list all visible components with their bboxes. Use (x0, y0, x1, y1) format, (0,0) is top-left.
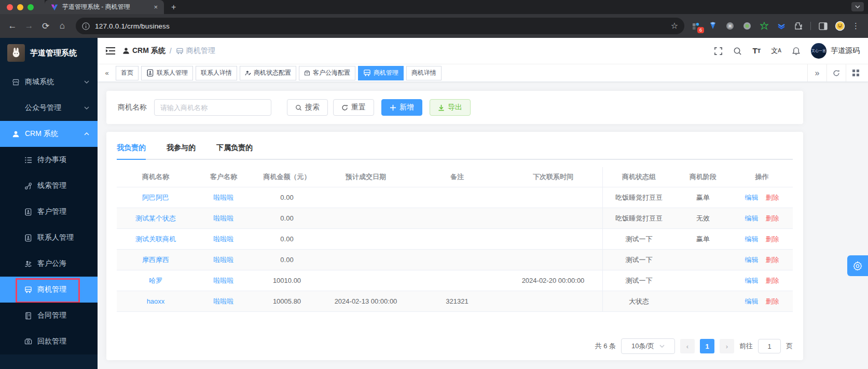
minimize-window-button[interactable] (17, 4, 23, 10)
profile-avatar-icon[interactable] (835, 21, 845, 31)
customer-name-cell: 啦啦啦 (195, 291, 253, 311)
sidebar-item-合同管理[interactable]: 合同管理 (0, 303, 98, 329)
extension-command-icon[interactable]: ⌘ (725, 21, 735, 31)
business-name-link[interactable]: 测试关联商机 (135, 235, 176, 244)
forward-icon[interactable]: → (22, 19, 36, 33)
customer-name-link[interactable]: 啦啦啦 (214, 255, 234, 265)
extension-star-icon[interactable] (759, 21, 769, 31)
home-icon[interactable]: ⌂ (55, 19, 70, 33)
collapse-sidebar-icon[interactable] (106, 47, 115, 55)
side-panel-icon[interactable] (818, 21, 828, 31)
tag-联系人管理[interactable]: 联系人管理 (141, 66, 193, 80)
page-size-select[interactable]: 10条/页 (621, 338, 675, 354)
back-icon[interactable]: ← (5, 19, 20, 33)
tag-联系人详情[interactable]: 联系人详情 (196, 66, 237, 80)
edit-link[interactable]: 编辑 (745, 276, 759, 285)
sidebar-item-商城系统[interactable]: 商城系统 (0, 69, 98, 95)
actions-cell: 编辑删除 (731, 291, 793, 311)
site-info-icon[interactable] (82, 22, 90, 30)
search-icon[interactable] (733, 47, 742, 56)
actions-cell: 编辑删除 (731, 187, 793, 208)
customer-name-link[interactable]: 啦啦啦 (214, 276, 234, 285)
refresh-icon (341, 104, 348, 111)
export-button[interactable]: 导出 (430, 99, 471, 116)
new-tab-button[interactable]: + (171, 3, 176, 12)
business-name-link[interactable]: haoxx (147, 297, 165, 305)
business-name-link[interactable]: 哈罗 (149, 276, 162, 285)
page-number-button[interactable]: 1 (700, 339, 714, 353)
customer-name-link[interactable]: 啦啦啦 (214, 297, 234, 306)
close-window-button[interactable] (7, 4, 13, 10)
tab-my-participated[interactable]: 我参与的 (167, 139, 196, 159)
filter-card: 商机名称 搜索 重置 (106, 91, 803, 124)
maximize-window-button[interactable] (27, 4, 34, 10)
breadcrumb-item-crm[interactable]: CRM 系统 (122, 46, 166, 56)
browser-tab[interactable]: 芋道管理系统 - 商机管理 × (45, 0, 164, 14)
layout-grid-icon[interactable] (846, 64, 865, 81)
tag-商机状态配置[interactable]: 商机状态配置 (240, 66, 296, 80)
puzzle-extensions-icon[interactable] (793, 21, 804, 31)
search-button[interactable]: 搜索 (287, 99, 328, 116)
delete-link[interactable]: 删除 (766, 255, 779, 265)
customer-name-link[interactable]: 啦啦啦 (214, 193, 234, 202)
tag-商机管理[interactable]: 商机管理 (358, 66, 404, 80)
extension-layers-icon[interactable] (776, 21, 787, 31)
business-name-link[interactable]: 摩西摩西 (142, 255, 169, 265)
sidebar-item-公众号管理[interactable]: 公众号管理 (0, 95, 98, 121)
delete-link[interactable]: 删除 (766, 193, 779, 202)
delete-link[interactable]: 删除 (766, 297, 779, 306)
tag-首页[interactable]: 首页 (116, 66, 139, 80)
delete-link[interactable]: 删除 (766, 276, 779, 285)
goto-page-input[interactable] (758, 339, 781, 353)
contact-icon (146, 69, 154, 77)
app-logo[interactable]: 芋道管理系统 (0, 40, 98, 66)
tab-close-icon[interactable]: × (153, 3, 159, 11)
extension-recorder-icon[interactable] (742, 21, 752, 31)
edit-link[interactable]: 编辑 (745, 214, 759, 223)
settings-fab[interactable] (847, 255, 868, 276)
extension-blocker-icon[interactable]: 6 (691, 21, 701, 31)
sidebar-item-联系人管理[interactable]: 联系人管理 (0, 225, 98, 251)
business-name-link[interactable]: 阿巴阿巴 (142, 193, 169, 202)
edit-link[interactable]: 编辑 (745, 255, 759, 265)
user-menu[interactable]: 文心一言 芋道源码 (811, 43, 860, 59)
delete-link[interactable]: 删除 (766, 235, 779, 244)
extension-diamond-icon[interactable] (708, 21, 718, 31)
browser-menu-icon[interactable]: ⋮ (852, 21, 860, 31)
bell-icon[interactable] (792, 47, 801, 56)
business-name-input[interactable] (154, 99, 271, 116)
tags-scroll-right-icon[interactable]: » (807, 64, 826, 81)
tag-客户公海配置[interactable]: 客户公海配置 (299, 66, 355, 80)
sidebar-item-客户公海[interactable]: 客户公海 (0, 251, 98, 277)
table-cell (504, 208, 602, 228)
edit-link[interactable]: 编辑 (745, 235, 759, 244)
sidebar-item-CRM 系统[interactable]: CRM 系统 (0, 121, 98, 147)
next-page-button[interactable]: › (720, 339, 734, 353)
delete-link[interactable]: 删除 (766, 214, 779, 223)
sidebar-item-回款管理[interactable]: 回款管理 (0, 329, 98, 354)
tab-search-chevron[interactable] (851, 2, 864, 11)
edit-link[interactable]: 编辑 (745, 297, 759, 306)
table-row: haoxx啦啦啦10005.802024-02-13 00:00:0032132… (117, 291, 793, 312)
sidebar-item-客户管理[interactable]: 客户管理 (0, 199, 98, 225)
sidebar-item-商机管理[interactable]: 商机管理 (0, 277, 98, 303)
tags-refresh-icon[interactable] (826, 64, 846, 81)
business-name-link[interactable]: 测试某个状态 (135, 214, 176, 223)
tag-商机详情[interactable]: 商机详情 (406, 66, 442, 80)
sidebar-item-线索管理[interactable]: 线索管理 (0, 173, 98, 199)
tab-my-responsible[interactable]: 我负责的 (117, 139, 146, 159)
address-bar[interactable]: 127.0.0.1/crm/business ☆ (76, 18, 684, 34)
reset-button[interactable]: 重置 (333, 99, 374, 116)
edit-link[interactable]: 编辑 (745, 193, 759, 202)
add-button[interactable]: 新增 (381, 99, 422, 116)
fullscreen-icon[interactable] (714, 47, 723, 56)
table-cell: 测试一下 (602, 250, 675, 270)
sidebar-item-待办事项[interactable]: 待办事项 (0, 147, 98, 173)
tab-subordinate[interactable]: 下属负责的 (216, 139, 253, 159)
customer-name-link[interactable]: 啦啦啦 (214, 235, 234, 244)
customer-name-link[interactable]: 啦啦啦 (214, 214, 234, 223)
status-icon (245, 70, 251, 76)
prev-page-button[interactable]: ‹ (680, 339, 695, 353)
reload-icon[interactable]: ⟳ (38, 19, 53, 33)
tags-scroll-left-icon[interactable]: « (101, 69, 113, 77)
